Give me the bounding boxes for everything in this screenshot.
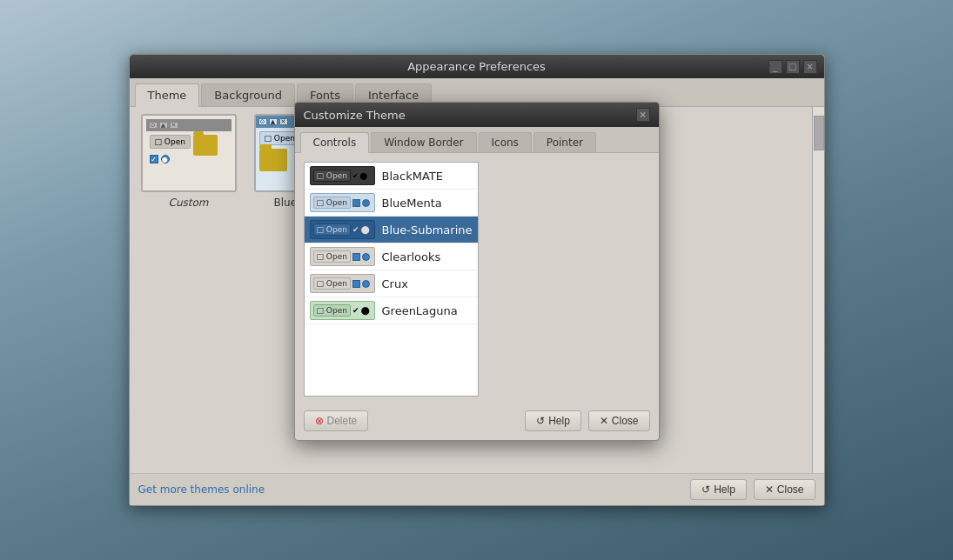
window-controls: _ □ × <box>768 60 817 74</box>
delete-button[interactable]: ⊗ Delete <box>304 410 369 431</box>
crux-preview: □ Open <box>310 274 375 293</box>
fake-folder <box>193 135 218 156</box>
dialog-tab-bar: Controls Window Border Icons Pointer <box>295 127 659 153</box>
dialog-title-bar: Customize Theme ✕ <box>295 103 659 127</box>
main-close-button[interactable]: ✕ Close <box>754 479 815 500</box>
fake-checkbox-2: ● <box>161 155 170 163</box>
crux-name: Crux <box>382 277 408 290</box>
main-window: Appearance Preferences _ □ × Theme Backg… <box>129 54 825 506</box>
bluesubmarine-preview: □ Open ✔ ⬤ <box>310 220 375 239</box>
clearlooks-name: Clearlooks <box>382 250 441 263</box>
dialog-help-button[interactable]: ↺ Help <box>525 410 581 431</box>
delete-icon: ⊗ <box>315 415 324 427</box>
fake-checkbox-row: ✓ ● <box>150 155 191 163</box>
fake-btn-3: ✕ <box>170 122 178 129</box>
fake-btn-1: ⊙ <box>149 122 158 129</box>
dialog-body: □ Open ✔ ⬤ BlackMATE □ Open <box>295 153 659 405</box>
tab-theme[interactable]: Theme <box>135 83 200 107</box>
dialog-tab-window-border[interactable]: Window Border <box>371 132 476 152</box>
fake-content: □ Open ✓ ● <box>146 131 232 167</box>
theme-name-custom: Custom <box>169 197 209 209</box>
theme-preview-custom: ⊙ ▲ ✕ □ Open ✓ ● <box>141 114 237 192</box>
dialog-tab-pointer[interactable]: Pointer <box>534 132 596 152</box>
bluementa-name: BlueMenta <box>382 197 442 210</box>
dialog-tab-controls[interactable]: Controls <box>300 132 370 153</box>
fake-btn-2: ▲ <box>159 122 168 129</box>
greenlaguna-preview: □ Open ✔ ⬤ <box>310 301 375 320</box>
get-more-themes-link[interactable]: Get more themes online <box>138 483 265 496</box>
dialog-close-x-button[interactable]: ✕ <box>636 108 650 122</box>
theme-list[interactable]: □ Open ✔ ⬤ BlackMATE □ Open <box>304 162 479 397</box>
maximize-button[interactable]: □ <box>786 60 800 74</box>
list-item-blue-submarine[interactable]: □ Open ✔ ⬤ Blue-Submarine <box>305 217 478 243</box>
bluesubmarine-name: Blue-Submarine <box>382 223 473 237</box>
theme-item-custom[interactable]: ⊙ ▲ ✕ □ Open ✓ ● <box>137 114 241 209</box>
dialog-help-icon: ↺ <box>536 415 545 427</box>
dialog-action-buttons: ↺ Help ✕ Close <box>525 410 649 431</box>
customize-theme-dialog: Customize Theme ✕ Controls Window Border… <box>294 102 660 441</box>
list-item-greenlaguna[interactable]: □ Open ✔ ⬤ GreenLaguna <box>305 297 478 324</box>
tab-background[interactable]: Background <box>201 83 295 106</box>
main-scrollbar-thumb[interactable] <box>814 116 824 150</box>
dialog-tab-icons[interactable]: Icons <box>479 132 532 152</box>
list-item-clearlooks[interactable]: □ Open Clearlooks <box>305 243 478 270</box>
blackmate-preview: □ Open ✔ ⬤ <box>310 166 375 185</box>
minimize-button[interactable]: _ <box>768 60 782 74</box>
bluementa-preview: □ Open <box>310 193 375 212</box>
help-icon: ↺ <box>701 483 710 496</box>
main-scrollbar[interactable] <box>812 107 824 473</box>
dialog-close-button[interactable]: ✕ Close <box>588 410 650 431</box>
dialog-title: Customize Theme <box>304 109 406 122</box>
dialog-footer: ⊗ Delete ↺ Help ✕ Close <box>295 405 659 440</box>
fake-titlebar: ⊙ ▲ ✕ <box>146 119 232 131</box>
greenlaguna-name: GreenLaguna <box>382 304 458 317</box>
main-bottom-bar: Get more themes online ↺ Help ✕ Close <box>130 473 824 505</box>
list-item-blackmate[interactable]: □ Open ✔ ⬤ BlackMATE <box>305 163 478 190</box>
fake-checkbox-1: ✓ <box>150 155 158 163</box>
clearlooks-preview: □ Open <box>310 247 375 266</box>
list-item-bluementa[interactable]: □ Open BlueMenta <box>305 190 478 217</box>
main-window-title: Appearance Preferences <box>407 60 546 73</box>
list-item-crux[interactable]: □ Open Crux <box>305 270 478 297</box>
main-help-button[interactable]: ↺ Help <box>690 479 747 500</box>
main-title-bar: Appearance Preferences _ □ × <box>130 55 824 78</box>
close-icon: ✕ <box>765 483 774 496</box>
dialog-close-icon: ✕ <box>600 415 608 427</box>
close-window-button[interactable]: × <box>803 60 817 74</box>
blackmate-name: BlackMATE <box>382 170 443 183</box>
